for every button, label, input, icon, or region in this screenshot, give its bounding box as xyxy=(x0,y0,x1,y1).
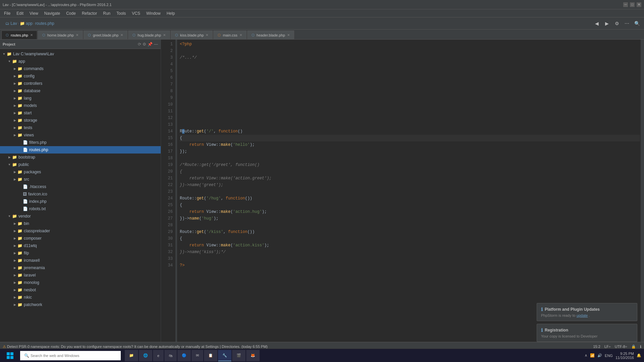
tab-hug-blade[interactable]: ⬡ hug.blade.php ✕ xyxy=(128,31,170,39)
tab-close-routes[interactable]: ✕ xyxy=(30,33,33,37)
tree-item-composer[interactable]: ▶ 📁 composer xyxy=(0,235,161,242)
code-line-11 xyxy=(180,108,640,115)
toolbar-back[interactable]: ◀ xyxy=(592,19,601,28)
toolbar-run[interactable]: ▶ xyxy=(602,19,611,28)
tree-item-filters[interactable]: ▶ 📄 filters.php xyxy=(0,139,161,146)
tree-item-filp[interactable]: ▶ 📁 filp xyxy=(0,249,161,257)
tab-main-css[interactable]: ⬡ main.css ✕ xyxy=(213,31,246,39)
tree-item-storage[interactable]: ▶ 📁 storage xyxy=(0,117,161,124)
sidebar-pin-icon[interactable]: 📌 xyxy=(148,42,153,47)
taskbar-item-ie[interactable]: e xyxy=(153,350,164,361)
menu-file[interactable]: File xyxy=(1,10,13,16)
taskbar-item-store[interactable]: 🛍 xyxy=(164,350,177,361)
tab-close-hug[interactable]: ✕ xyxy=(163,33,166,37)
menu-view[interactable]: View xyxy=(27,10,41,16)
sidebar-sync-icon[interactable]: ⟳ xyxy=(138,42,141,47)
breadcrumb-lav[interactable]: 🗂 Lav xyxy=(5,21,17,26)
tree-item-commands[interactable]: ▶ 📁 commands xyxy=(0,65,161,72)
notification-update-link[interactable]: update xyxy=(577,313,588,317)
tab-home-blade[interactable]: ⬡ home.blade.php ✕ xyxy=(38,31,83,39)
taskbar-search-box[interactable]: 🔍 xyxy=(20,351,121,360)
minimize-button[interactable]: ─ xyxy=(623,2,628,7)
tree-item-nikic[interactable]: ▶ 📁 nikic xyxy=(0,294,161,301)
tab-header-blade[interactable]: ⬡ header.blade.php ✕ xyxy=(247,31,294,39)
breadcrumb-app[interactable]: 📁 app xyxy=(20,21,33,26)
tree-item-ircmaxell[interactable]: ▶ 📁 ircmaxell xyxy=(0,257,161,264)
tab-close-home[interactable]: ✕ xyxy=(76,33,78,37)
tree-item-nesbot[interactable]: ▶ 📁 nesbot xyxy=(0,286,161,294)
tree-item-monolog[interactable]: ▶ 📁 monolog xyxy=(0,279,161,286)
tree-item-views[interactable]: ▶ 📁 views xyxy=(0,131,161,139)
taskbar-clock[interactable]: 9:25 PM 11/10/2016 xyxy=(615,352,634,360)
tree-item-vendor[interactable]: ▼ 📁 vendor xyxy=(0,213,161,220)
sidebar-settings-icon[interactable]: ⚙ xyxy=(143,42,146,47)
tree-item-routes[interactable]: ▶ 📄 routes.php xyxy=(0,146,161,154)
menu-refactor[interactable]: Refactor xyxy=(79,10,100,16)
close-button[interactable]: ✕ xyxy=(637,2,641,7)
maximize-button[interactable]: □ xyxy=(630,2,635,7)
sidebar-minimize-icon[interactable]: — xyxy=(154,42,158,47)
menu-navigate[interactable]: Navigate xyxy=(42,10,63,16)
menu-code[interactable]: Code xyxy=(63,10,78,16)
tree-item-bin[interactable]: ▶ 📁 bin xyxy=(0,220,161,227)
taskbar-item-mail[interactable]: ✉ xyxy=(192,350,203,361)
tree-item-bootstrap[interactable]: ▶ 📁 bootstrap xyxy=(0,154,161,161)
tab-close-kiss[interactable]: ✕ xyxy=(206,33,208,37)
tree-arrow-database: ▶ xyxy=(12,89,17,93)
toolbar-more[interactable]: ⋯ xyxy=(623,19,631,28)
tree-item-jeremeamia[interactable]: ▶ 📁 jeremeamia xyxy=(0,264,161,272)
tree-item-controllers[interactable]: ▶ 📁 controllers xyxy=(0,80,161,87)
tab-close-css[interactable]: ✕ xyxy=(239,33,242,37)
taskbar-item-edge[interactable]: 🌐 xyxy=(139,350,152,361)
tab-routes-php[interactable]: ⬡ routes.php ✕ xyxy=(1,31,37,39)
tree-item-models[interactable]: ▶ 📁 models xyxy=(0,102,161,109)
tree-item-tests[interactable]: ▶ 📁 tests xyxy=(0,124,161,131)
taskbar-search-input[interactable] xyxy=(31,354,117,358)
tree-item-patchwork[interactable]: ▶ 📁 patchwork xyxy=(0,301,161,308)
tab-kiss-blade[interactable]: ⬡ kiss.blade.php ✕ xyxy=(171,31,213,39)
tree-item-laravel[interactable]: ▶ 📁 laravel xyxy=(0,272,161,279)
taskbar-item-phpstorm[interactable]: 🔧 xyxy=(218,350,231,361)
tree-item-index[interactable]: ▶ 📄 index.php xyxy=(0,198,161,205)
taskbar-video-icon: 🎬 xyxy=(236,353,241,358)
tree-item-start[interactable]: ▶ 📁 start xyxy=(0,109,161,117)
menu-edit[interactable]: Edit xyxy=(14,10,26,16)
menu-tools[interactable]: Tools xyxy=(114,10,128,16)
taskbar-item-firefox[interactable]: 🦊 xyxy=(246,350,260,361)
taskbar-item-chrome[interactable]: 🔵 xyxy=(177,350,191,361)
tree-label-packages: packages xyxy=(24,170,41,174)
tree-item-robots[interactable]: ▶ 📄 robots.txt xyxy=(0,205,161,213)
tab-greet-blade[interactable]: ⬡ greet.blade.php ✕ xyxy=(84,31,127,39)
taskbar-item-misc[interactable]: 📋 xyxy=(204,350,217,361)
taskbar-item-video[interactable]: 🎬 xyxy=(232,350,246,361)
tree-item-lav[interactable]: ▼ 📁 Lav C:\wamp\www\Lav xyxy=(0,50,161,58)
toolbar-settings[interactable]: ⚙ xyxy=(612,19,621,28)
menu-run[interactable]: Run xyxy=(100,10,113,16)
tree-item-favicon[interactable]: ▶ 🖼 favicon.ico xyxy=(0,190,161,198)
menu-vcs[interactable]: VCS xyxy=(129,10,143,16)
tray-notification-icon[interactable]: 🔔 xyxy=(637,353,641,358)
tree-item-app[interactable]: ▼ 📁 app xyxy=(0,58,161,65)
menu-window[interactable]: Window xyxy=(144,10,163,16)
code-area[interactable]: <?php /*...*/ Route::get('/​', function(… xyxy=(176,40,644,342)
tab-close-greet[interactable]: ✕ xyxy=(120,33,123,37)
tray-chevron[interactable]: ∧ xyxy=(585,353,587,358)
tray-lang[interactable]: ENG xyxy=(605,354,613,358)
tab-close-header[interactable]: ✕ xyxy=(287,33,290,37)
tree-item-lang[interactable]: ▶ 📁 lang xyxy=(0,95,161,102)
taskbar-item-files[interactable]: 📁 xyxy=(125,350,138,361)
tree-item-src[interactable]: ▶ 📁 src xyxy=(0,176,161,183)
tree-item-public[interactable]: ▼ 📁 public xyxy=(0,161,161,168)
tree-item-d11wtq[interactable]: ▶ 📁 d11wtq xyxy=(0,242,161,249)
breadcrumb-routes[interactable]: routes.php xyxy=(35,21,54,26)
menu-help[interactable]: Help xyxy=(164,10,178,16)
tree-item-database[interactable]: ▶ 📁 database xyxy=(0,87,161,95)
start-button[interactable] xyxy=(3,350,17,362)
tree-item-packages[interactable]: ▶ 📁 packages xyxy=(0,168,161,176)
tree-item-classpreloader[interactable]: ▶ 📁 classpreloader xyxy=(0,227,161,235)
tree-label-patchwork: patchwork xyxy=(24,302,42,307)
tree-item-config[interactable]: ▶ 📁 config xyxy=(0,72,161,80)
tree-item-htaccess[interactable]: ▶ 📄 .htaccess xyxy=(0,183,161,190)
toolbar-search[interactable]: 🔍 xyxy=(633,19,641,28)
tree-arrow-commands: ▶ xyxy=(12,67,17,70)
